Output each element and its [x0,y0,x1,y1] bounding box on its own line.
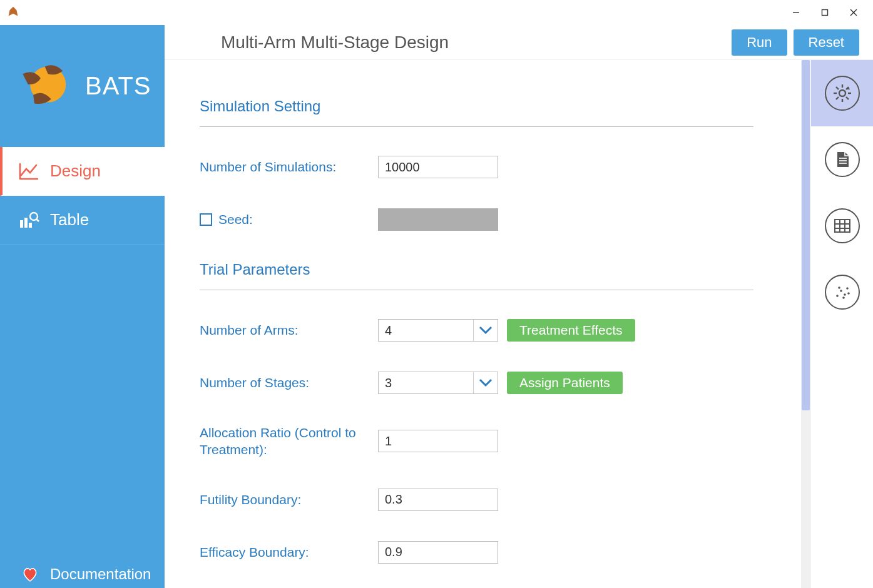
svg-line-18 [836,97,839,99]
svg-point-28 [840,290,842,292]
svg-line-9 [36,219,39,221]
app-icon [6,6,20,19]
n-sim-label: Number of Simulations: [200,158,378,175]
reset-button[interactable]: Reset [794,29,859,56]
chevron-down-icon[interactable] [473,372,498,394]
svg-point-31 [838,286,840,289]
brand-text: BATS [85,72,151,100]
rail-item-scatter[interactable] [811,259,874,325]
svg-point-30 [846,287,849,290]
sidebar-item-label: Design [50,161,101,181]
right-rail [810,60,873,588]
close-button[interactable] [839,3,868,23]
heart-icon [21,565,39,583]
scrollbar-track[interactable] [801,60,810,588]
gear-icon [825,76,860,111]
run-button[interactable]: Run [732,29,787,56]
seed-label: Seed: [218,211,253,228]
brand-area: BATS [0,25,165,147]
efficacy-input[interactable] [378,541,498,564]
section-title-simulation: Simulation Setting [200,98,784,115]
svg-point-27 [836,295,839,297]
brand-logo [18,58,70,114]
futility-input[interactable] [378,489,498,511]
n-stages-select[interactable]: 3 [378,372,498,394]
chevron-down-icon[interactable] [473,319,498,342]
table-search-icon [18,209,40,231]
page-title: Multi-Arm Multi-Stage Design [221,33,449,53]
rail-item-table[interactable] [811,193,874,259]
treatment-effects-button[interactable]: Treatment Effects [507,319,635,342]
rail-item-settings[interactable] [811,60,874,126]
section-rule [200,290,753,290]
section-rule [200,126,753,127]
window-controls [782,3,868,23]
alloc-ratio-input[interactable] [378,430,498,452]
chart-line-icon [18,160,40,183]
efficacy-label: Efficacy Boundary: [200,544,378,560]
n-arms-value: 4 [378,319,473,342]
svg-rect-5 [20,220,23,228]
section-title-trial: Trial Parameters [200,261,784,278]
svg-point-32 [842,297,845,299]
title-bar [0,0,873,25]
n-arms-label: Number of Arms: [200,322,378,338]
sidebar-item-label: Table [50,210,89,230]
sidebar-footer-label: Documentation [50,565,151,583]
seed-input [378,208,498,231]
scrollbar-thumb[interactable] [802,60,810,410]
svg-line-16 [846,97,849,99]
svg-rect-1 [822,10,828,16]
n-arms-select[interactable]: 4 [378,319,498,342]
header-row: Multi-Arm Multi-Stage Design Run Reset [165,25,873,60]
n-stages-value: 3 [378,372,473,394]
assign-patients-button[interactable]: Assign Patients [507,372,623,394]
table-icon [825,208,860,243]
svg-point-29 [844,293,846,296]
minimize-button[interactable] [782,3,810,23]
scatter-icon [825,275,860,310]
alloc-ratio-label: Allocation Ratio (Control to Treatment): [200,424,378,459]
futility-label: Futility Boundary: [200,491,378,508]
svg-line-15 [836,87,839,89]
sidebar-item-documentation[interactable]: Documentation [0,565,165,583]
svg-point-33 [847,292,850,295]
n-sim-input[interactable] [378,156,498,178]
svg-rect-7 [29,223,32,228]
svg-rect-6 [24,218,28,228]
sidebar: BATS Design Table [0,25,165,588]
seed-checkbox[interactable] [200,213,212,226]
form-area: Simulation Setting Number of Simulations… [165,60,801,588]
svg-rect-22 [835,220,850,232]
sidebar-item-table[interactable]: Table [0,196,165,245]
maximize-button[interactable] [810,3,839,23]
rail-item-document[interactable] [811,126,874,193]
n-stages-label: Number of Stages: [200,374,378,391]
sidebar-item-design[interactable]: Design [0,147,165,196]
svg-point-10 [839,90,845,96]
document-icon [825,142,860,177]
